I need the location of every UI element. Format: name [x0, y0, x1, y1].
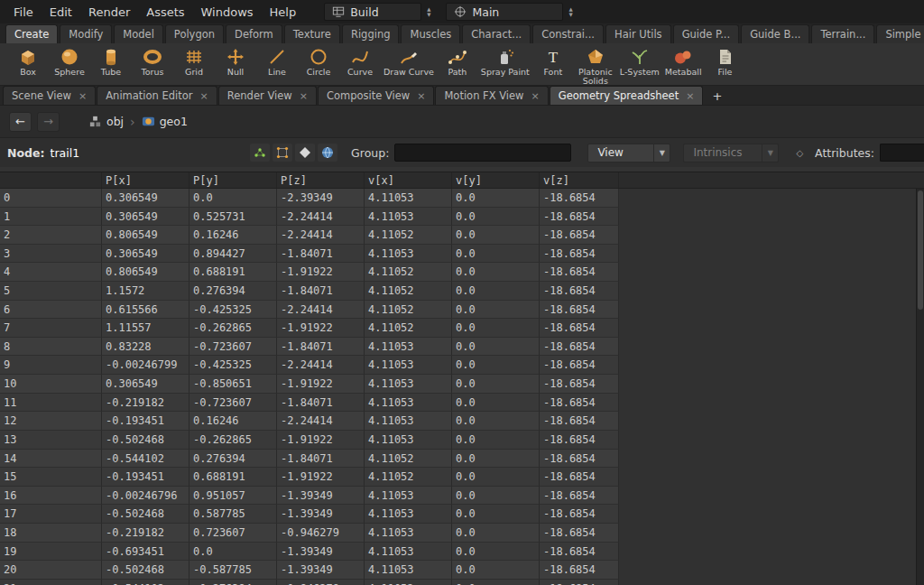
close-icon[interactable]: × [300, 90, 308, 102]
close-icon[interactable]: × [686, 90, 694, 102]
shelf-tab-guide-p[interactable]: Guide P... [673, 24, 740, 43]
menu-edit[interactable]: Edit [42, 2, 80, 23]
value-cell: -0.193451 [102, 412, 189, 431]
value-cell: -18.6854 [540, 189, 619, 208]
shelf-tool-spray-paint[interactable]: Spray Paint [478, 47, 532, 77]
table-row: 21-0.544102-0.276394-0.9462794.110520.0-… [0, 580, 924, 585]
points-mode-button[interactable] [250, 144, 270, 162]
value-cell: -1.84071 [277, 338, 365, 357]
back-button[interactable]: ← [9, 112, 32, 132]
value-cell: 0.688191 [189, 263, 277, 282]
shelf-tab-guide-b[interactable]: Guide B... [741, 24, 809, 43]
row-index-cell: 9 [0, 356, 102, 375]
value-cell: -2.39349 [277, 189, 365, 208]
shelf-tool-null[interactable]: Null [215, 47, 256, 77]
attributes-input[interactable] [880, 144, 924, 162]
menu-windows[interactable]: Windows [193, 2, 262, 23]
value-cell: -18.6854 [540, 524, 619, 543]
menu-help[interactable]: Help [262, 2, 305, 23]
breadcrumb-obj[interactable]: obj [88, 115, 124, 128]
row-index-cell: 18 [0, 524, 102, 543]
shelf-tool-path[interactable]: Path [437, 47, 478, 77]
shelf-tool-curve[interactable]: Curve [339, 47, 381, 77]
intrinsics-dropdown[interactable]: Intrinsics ▼ [683, 144, 779, 162]
value-cell: -1.39349 [277, 543, 365, 562]
shelf-tab-texture[interactable]: Texture [284, 24, 340, 43]
value-cell: -18.6854 [540, 543, 619, 562]
shelf-tab-rigging[interactable]: Rigging [342, 24, 400, 43]
shelf-tab-model[interactable]: Model [114, 24, 163, 43]
shelf-tab-deform[interactable]: Deform [226, 24, 282, 43]
column-header-p-x: P[x] [102, 172, 189, 188]
scrollbar-thumb[interactable] [918, 190, 923, 310]
detail-mode-button[interactable] [318, 144, 337, 162]
shelf-tool-torus[interactable]: Torus [132, 47, 173, 77]
menu-assets[interactable]: Assets [138, 2, 192, 23]
shelf-tab-hair-utils[interactable]: Hair Utils [605, 24, 671, 43]
menu-file[interactable]: File [5, 2, 42, 23]
divider-handle-icon[interactable]: ◇ [796, 148, 803, 158]
shelf-tool-draw-curve[interactable]: Draw Curve [381, 47, 437, 77]
path-bar: ← → obj › geo1 [0, 105, 924, 137]
new-pane-tab-button[interactable]: + [704, 88, 730, 105]
shelf-tab-polygon[interactable]: Polygon [165, 24, 224, 43]
value-cell: -0.946279 [277, 580, 365, 585]
view-dropdown[interactable]: View ▼ [587, 144, 670, 162]
shelf-tab-constrai[interactable]: Constrai... [532, 24, 604, 43]
value-cell: -1.84071 [277, 394, 365, 413]
breadcrumb-geo1[interactable]: geo1 [142, 115, 188, 128]
menu-render[interactable]: Render [80, 2, 138, 23]
shelf-tool-file[interactable]: File [705, 47, 746, 77]
shelf-tab-muscles[interactable]: Muscles [401, 24, 460, 43]
spinner-down-icon[interactable]: ▼ [427, 13, 430, 17]
primitives-mode-button[interactable] [295, 144, 315, 162]
pane-tab-scene-view[interactable]: Scene View× [3, 86, 96, 105]
shelf-tab-create[interactable]: Create [5, 24, 58, 43]
shelf-tool-grid[interactable]: Grid [173, 47, 215, 77]
shelf-tool-box[interactable]: Box [7, 47, 49, 77]
group-input[interactable] [394, 144, 571, 162]
value-cell: 0.0 [452, 282, 540, 301]
pane-tab-animation-editor[interactable]: Animation Editor× [97, 86, 217, 105]
shelf-tool-sphere[interactable]: Sphere [49, 47, 90, 77]
value-cell: -0.502468 [102, 431, 189, 450]
spinner-down-icon[interactable]: ▼ [568, 13, 572, 17]
attributes-label: Attributes: [815, 146, 874, 160]
close-icon[interactable]: × [531, 90, 540, 102]
shelf-tool-circle[interactable]: Circle [298, 47, 339, 77]
value-cell: -0.425325 [189, 356, 277, 375]
shelf-tool-l-system[interactable]: L-System [617, 47, 662, 77]
shelf-tool-line[interactable]: Line [256, 47, 298, 77]
vertical-scrollbar[interactable] [916, 189, 924, 585]
close-icon[interactable]: × [417, 90, 425, 102]
shelf-tab-simple-fx[interactable]: Simple FX [876, 24, 924, 43]
vertices-mode-button[interactable] [273, 144, 292, 162]
desktop-spinner[interactable]: ▲ ▼ [424, 7, 433, 17]
forward-button[interactable]: → [37, 112, 60, 132]
desktop-selector[interactable]: Build [324, 3, 421, 21]
spinner-up-icon[interactable]: ▲ [568, 7, 572, 12]
value-cell: -1.91922 [277, 375, 365, 394]
shelf-tab-charact[interactable]: Charact... [462, 24, 531, 43]
shelf-tool-tube[interactable]: Tube [90, 47, 132, 77]
pane-tab-motion-fx-view[interactable]: Motion FX View× [435, 86, 548, 105]
shelf-tab-modify[interactable]: Modify [60, 24, 112, 43]
pane-tab-render-view[interactable]: Render View× [218, 86, 317, 105]
close-icon[interactable]: × [200, 90, 208, 102]
shelf-tool-font[interactable]: TFont [532, 47, 574, 77]
houdini-window: FileEditRenderAssetsWindowsHelp Build ▲ … [0, 0, 924, 585]
value-cell: 4.11053 [365, 524, 452, 543]
tool-label: Sphere [54, 68, 84, 77]
scene-spinner[interactable]: ▲ ▼ [566, 7, 575, 17]
scene-selector[interactable]: Main [446, 3, 563, 21]
shelf-tool-metaball[interactable]: Metaball [662, 47, 705, 77]
shelf-tool-platonic-solids[interactable]: Platonic Solids [574, 47, 617, 86]
node-value[interactable]: trail1 [50, 146, 79, 160]
value-cell: -2.24414 [277, 412, 365, 431]
pane-tab-composite-view[interactable]: Composite View× [318, 86, 435, 105]
spinner-up-icon[interactable]: ▲ [427, 7, 430, 12]
pane-tab-geometry-spreadsheet[interactable]: Geometry Spreadsheet× [550, 86, 704, 105]
close-icon[interactable]: × [79, 90, 87, 102]
pane-tab-label: Motion FX View [444, 89, 523, 102]
shelf-tab-terrain[interactable]: Terrain... [811, 24, 874, 43]
